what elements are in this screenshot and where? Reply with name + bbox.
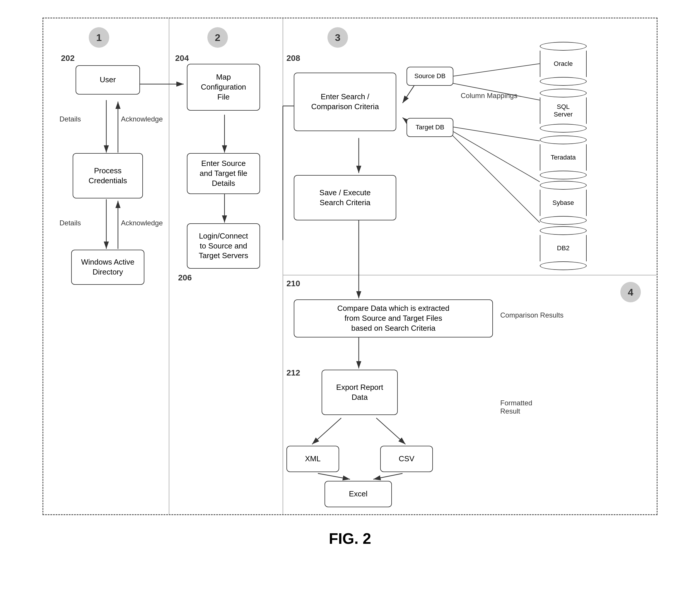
user-box: User [76,65,140,95]
excel-box: Excel [324,481,392,507]
figure-caption: FIG. 2 [28,530,672,547]
section-label-202: 202 [61,54,75,63]
section-label-208: 208 [286,54,300,63]
page-container: 1 202 User Details Acknowledge ProcessCr… [28,17,672,547]
enter-source-box: Enter Sourceand Target fileDetails [187,153,260,194]
svg-line-20 [449,129,540,182]
badge-1: 1 [89,27,109,48]
column-mappings-label: Column Mappings [461,92,517,100]
oracle-cylinder: Oracle [540,42,587,86]
export-report-box: Export ReportData [322,370,398,415]
sybase-cylinder: Sybase [540,181,587,225]
badge-2: 2 [207,27,228,48]
details-label-2: Details [59,219,81,227]
section-label-206: 206 [178,273,192,282]
svg-line-19 [449,126,540,141]
svg-line-25 [376,418,406,444]
compare-data-box: Compare Data which is extractedfrom Sour… [294,300,493,337]
enter-search-box: Enter Search /Comparison Criteria [294,73,396,131]
db2-cylinder: DB2 [540,226,587,270]
svg-line-27 [374,473,403,479]
sql-server-cylinder: SQLServer [540,89,587,133]
source-db-box: Source DB [406,67,453,86]
login-connect-box: Login/Connectto Source andTarget Servers [187,223,260,269]
details-label-1: Details [59,115,81,123]
csv-box: CSV [380,446,433,472]
svg-line-26 [318,473,350,479]
badge-3: 3 [327,27,348,48]
comparison-results-label: Comparison Results [500,311,564,319]
formatted-result-label: FormattedResult [500,399,532,415]
process-credentials-box: ProcessCredentials [73,153,143,198]
svg-line-21 [449,132,540,223]
acknowledge-label-2: Acknowledge [121,219,163,227]
svg-line-24 [312,418,341,444]
acknowledge-label-1: Acknowledge [121,115,163,123]
windows-ad-box: Windows ActiveDirectory [71,250,144,285]
map-config-box: MapConfigurationFile [187,64,260,111]
save-execute-box: Save / ExecuteSearch Criteria [294,175,396,220]
badge-4: 4 [620,282,641,302]
svg-line-17 [449,64,540,77]
section-label-210: 210 [286,279,300,288]
diagram-outer-box: 1 202 User Details Acknowledge ProcessCr… [42,17,658,515]
xml-box: XML [286,446,339,472]
target-db-box: Target DB [406,118,453,137]
section-label-212: 212 [286,368,300,378]
teradata-cylinder: Teradata [540,136,587,179]
section-label-204: 204 [175,54,189,63]
